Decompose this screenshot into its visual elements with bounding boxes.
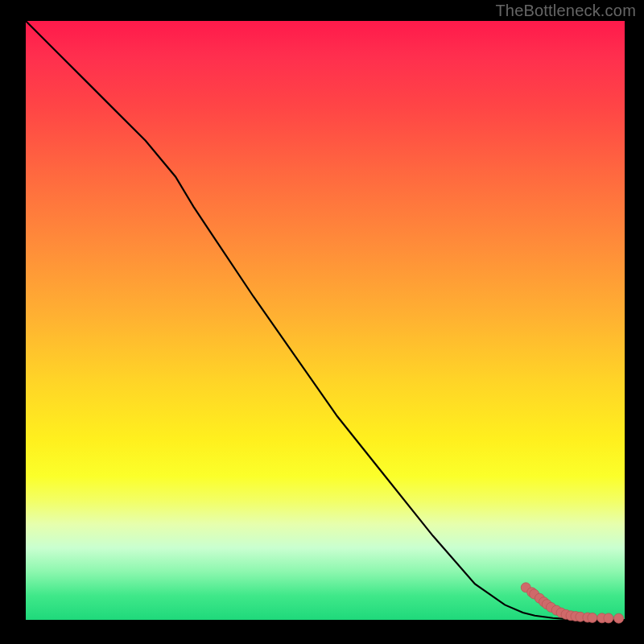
chart-stage: TheBottleneck.com [0,0,644,644]
chart-svg [26,21,625,620]
watermark-label: TheBottleneck.com [495,2,636,20]
sample-point [614,613,624,623]
plot-area [26,21,625,620]
sample-points [521,583,623,623]
bottleneck-curve [26,21,625,620]
sample-point [604,613,613,623]
sample-point [588,613,597,622]
